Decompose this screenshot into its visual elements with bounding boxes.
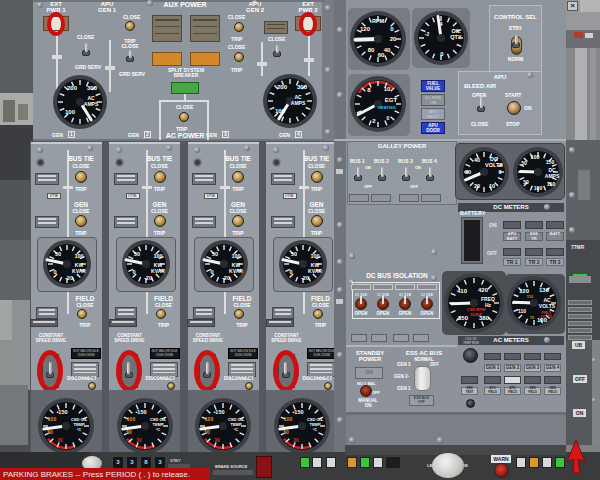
svg-text:410: 410 bbox=[457, 288, 468, 294]
svg-text:100: 100 bbox=[310, 253, 319, 259]
svg-text:100: 100 bbox=[74, 253, 83, 259]
svg-text:100: 100 bbox=[283, 416, 292, 422]
svg-text:Hz: Hz bbox=[485, 302, 492, 308]
svg-text:380: 380 bbox=[479, 315, 490, 321]
svg-text:100: 100 bbox=[205, 416, 214, 422]
svg-text:200: 200 bbox=[277, 84, 288, 90]
svg-text:RPM: RPM bbox=[372, 18, 385, 24]
svg-text:-20: -20 bbox=[222, 275, 230, 281]
svg-text:30: 30 bbox=[136, 437, 142, 443]
svg-text:100: 100 bbox=[530, 154, 539, 160]
svg-text:100: 100 bbox=[534, 185, 543, 191]
svg-text:130: 130 bbox=[539, 287, 550, 293]
svg-text:60: 60 bbox=[378, 52, 385, 58]
svg-text:0: 0 bbox=[53, 269, 56, 275]
svg-text:0: 0 bbox=[289, 269, 292, 275]
svg-text:•150: •150 bbox=[213, 409, 224, 415]
svg-text:°C: °C bbox=[155, 427, 160, 432]
svg-text:°C: °C bbox=[77, 427, 82, 432]
svg-text:30: 30 bbox=[465, 169, 471, 175]
svg-text:50: 50 bbox=[283, 429, 289, 435]
svg-text:50: 50 bbox=[521, 160, 527, 166]
svg-text:50: 50 bbox=[126, 429, 132, 435]
svg-text:50: 50 bbox=[212, 251, 218, 257]
svg-text:50: 50 bbox=[290, 251, 296, 257]
svg-text:100: 100 bbox=[126, 416, 135, 422]
svg-text:110: 110 bbox=[527, 294, 534, 299]
svg-text:40: 40 bbox=[384, 47, 391, 53]
svg-text:110: 110 bbox=[518, 308, 526, 314]
svg-text:KVAR: KVAR bbox=[151, 268, 165, 274]
svg-text:120: 120 bbox=[360, 26, 371, 32]
svg-text:VOLTS: VOLTS bbox=[539, 303, 556, 309]
svg-text:80: 80 bbox=[368, 47, 375, 53]
svg-text:50: 50 bbox=[133, 251, 139, 257]
svg-text:-20: -20 bbox=[144, 275, 152, 281]
svg-text:AMPS: AMPS bbox=[545, 173, 560, 179]
svg-text:QTY: QTY bbox=[450, 34, 462, 40]
svg-text:-2: -2 bbox=[425, 31, 430, 37]
svg-text:100: 100 bbox=[48, 416, 57, 422]
svg-text:-20: -20 bbox=[65, 275, 73, 281]
svg-text:350: 350 bbox=[458, 315, 469, 321]
svg-text:150: 150 bbox=[546, 159, 555, 165]
svg-text:50: 50 bbox=[523, 179, 529, 185]
svg-text:10: 10 bbox=[384, 86, 391, 92]
svg-text:KVAR: KVAR bbox=[229, 268, 243, 274]
svg-text:0: 0 bbox=[132, 269, 135, 275]
svg-text:0: 0 bbox=[498, 169, 501, 175]
svg-text:HEATING: HEATING bbox=[378, 105, 396, 110]
svg-text:100: 100 bbox=[275, 108, 286, 114]
svg-text:300: 300 bbox=[87, 85, 98, 91]
svg-text:200: 200 bbox=[67, 85, 78, 91]
svg-text:30: 30 bbox=[293, 437, 299, 443]
svg-text:°C: °C bbox=[234, 427, 239, 432]
svg-text:50: 50 bbox=[47, 429, 53, 435]
svg-text:30: 30 bbox=[214, 437, 220, 443]
svg-text:50: 50 bbox=[55, 251, 61, 257]
svg-text:VOLTS: VOLTS bbox=[485, 162, 503, 168]
svg-text:-20: -20 bbox=[301, 275, 309, 281]
svg-text:100: 100 bbox=[65, 109, 76, 115]
svg-text:100: 100 bbox=[153, 253, 162, 259]
svg-text:100: 100 bbox=[537, 317, 548, 323]
svg-text:°C: °C bbox=[312, 427, 317, 432]
svg-text:40: 40 bbox=[474, 157, 480, 163]
svg-text:0: 0 bbox=[387, 115, 390, 121]
svg-text:•150: •150 bbox=[292, 409, 303, 415]
svg-text:100: 100 bbox=[231, 253, 240, 259]
svg-text:420: 420 bbox=[478, 287, 489, 293]
svg-text:150: 150 bbox=[547, 181, 556, 187]
svg-text:20: 20 bbox=[390, 36, 397, 42]
svg-text:300: 300 bbox=[297, 84, 308, 90]
svg-text:AMPS: AMPS bbox=[84, 101, 99, 107]
svg-text:AMPS: AMPS bbox=[291, 100, 306, 106]
svg-text:50: 50 bbox=[204, 429, 210, 435]
svg-text:•150: •150 bbox=[56, 409, 67, 415]
svg-text:20: 20 bbox=[474, 183, 480, 189]
svg-text:0: 0 bbox=[210, 269, 213, 275]
svg-text:•150: •150 bbox=[135, 409, 146, 415]
svg-text:10: 10 bbox=[489, 183, 495, 189]
svg-text:KVAR: KVAR bbox=[308, 268, 322, 274]
svg-text:70: 70 bbox=[530, 315, 535, 320]
svg-text:KVAR: KVAR bbox=[72, 268, 86, 274]
svg-text:EGT: EGT bbox=[385, 97, 398, 103]
svg-text:30: 30 bbox=[57, 437, 63, 443]
